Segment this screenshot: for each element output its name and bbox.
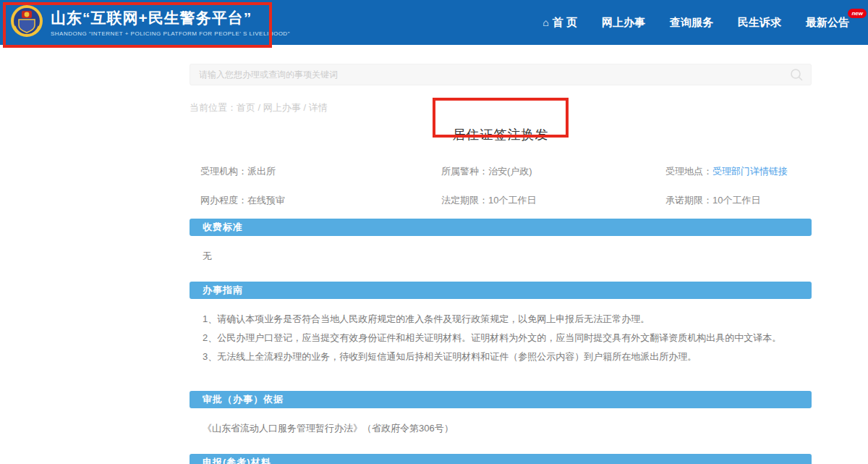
info-item-0: 受理机构：派出所 [200,165,441,178]
section-header-3: 申报(参考)材料 [190,454,812,464]
section-text-line: 《山东省流动人口服务管理暂行办法》（省政府令第306号） [203,419,812,438]
section-text-line: 3、无法线上全流程办理的业务，待收到短信通知后持相关证明材料和证件（参照公示内容… [203,347,812,366]
nav-item-3[interactable]: 民生诉求 [738,16,781,30]
header: 山东“互联网+民生警务平台” SHANDONG “INTERNET + POLI… [0,0,868,45]
info-item-1: 所属警种：治安(户政) [441,165,665,178]
info-label: 受理机构： [200,166,247,177]
info-item-3: 网办程度：在线预审 [200,194,441,207]
section-header-0: 收费标准 [190,219,812,236]
section-body-1: 1、请确认本项业务是否符合当地人民政府规定的准入条件及现行政策规定，以免网上申报… [190,299,812,391]
search-input[interactable] [190,69,789,80]
info-grid: 受理机构：派出所所属警种：治安(户政)受理地点：受理部门详情链接网办程度：在线预… [190,165,812,207]
section-text-line: 2、公民办理户口登记，应当提交有效身份证件和相关证明材料。证明材料为外文的，应当… [203,329,812,347]
nav-item-label: 网上办事 [602,16,645,30]
info-item-5: 承诺期限：10个工作日 [665,194,822,207]
logo-title: 山东“互联网+民生警务平台” [51,8,290,28]
main-nav: ⌂首 页网上办事查询服务民生诉求最新公告new [542,16,849,30]
info-value: 派出所 [247,166,276,177]
info-value-link[interactable]: 受理部门详情链接 [712,166,788,177]
info-item-4: 法定期限：10个工作日 [441,194,665,207]
main-content: 当前位置：首页 / 网上办事 / 详情 居住证签注换发 受理机构：派出所所属警种… [190,64,812,464]
nav-item-2[interactable]: 查询服务 [670,16,713,30]
breadcrumb: 当前位置：首页 / 网上办事 / 详情 [190,101,812,114]
info-value: 在线预审 [247,195,285,206]
section-header-2: 审批（办事）依据 [190,391,812,408]
page-title: 居住证签注换发 [190,126,812,143]
logo[interactable]: 山东“互联网+民生警务平台” SHANDONG “INTERNET + POLI… [10,4,290,41]
nav-item-4[interactable]: 最新公告new [806,16,849,30]
info-label: 承诺期限： [665,195,712,206]
info-label: 受理地点： [665,166,712,177]
home-icon: ⌂ [542,17,548,28]
section-body-2: 《山东省流动人口服务管理暂行办法》（省政府令第306号） [190,408,812,454]
info-label: 网办程度： [200,195,247,206]
nav-item-label: 查询服务 [670,16,713,30]
info-value: 治安(户政) [488,166,532,177]
nav-item-label: 民生诉求 [738,16,781,30]
nav-item-label: 首 页 [553,16,577,30]
info-value: 10个工作日 [712,195,760,206]
police-badge-icon [10,4,43,41]
search-bar [190,64,812,85]
section-text-line: 无 [203,247,812,266]
search-icon[interactable] [789,67,804,82]
nav-item-1[interactable]: 网上办事 [602,16,645,30]
info-label: 所属警种： [441,166,488,177]
section-header-1: 办事指南 [190,282,812,299]
logo-subtitle: SHANDONG “INTERNET + POLICING PLATFORM F… [51,30,290,37]
info-item-2: 受理地点：受理部门详情链接 [665,165,822,178]
sections: 收费标准无办事指南1、请确认本项业务是否符合当地人民政府规定的准入条件及现行政策… [190,219,812,464]
info-value: 10个工作日 [488,195,536,206]
section-text-line: 1、请确认本项业务是否符合当地人民政府规定的准入条件及现行政策规定，以免网上申报… [203,310,812,329]
section-body-0: 无 [190,236,812,282]
info-label: 法定期限： [441,195,488,206]
new-badge: new [848,9,867,18]
nav-item-label: 最新公告 [806,16,849,30]
nav-item-0[interactable]: ⌂首 页 [542,16,577,30]
